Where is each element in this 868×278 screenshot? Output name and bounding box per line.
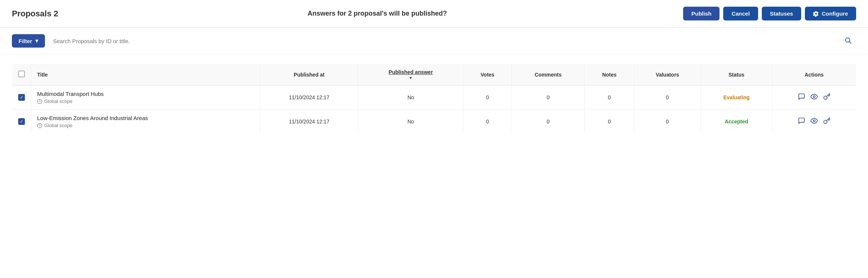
proposal-scope: Global scope [37,98,254,104]
col-header-notes: Notes [584,64,634,85]
col-header-status: Status [701,64,772,85]
row-published-at: 11/10/2024 12:17 [260,110,358,134]
publish-message: Answers for 2 proposal's will be publish… [79,10,676,17]
key-icon[interactable] [823,93,831,102]
col-header-published-answer[interactable]: Published answer ▼ [358,64,463,85]
search-input[interactable] [50,35,856,47]
row-checkbox-cell: ✓ [12,85,31,110]
row-status: Evaluating [701,85,772,110]
proposals-table: Title Published at Published answer ▼ Vo… [12,64,856,134]
configure-label: Configure [822,10,848,17]
proposals-table-container: Title Published at Published answer ▼ Vo… [0,55,868,143]
toolbar: Filter ▾ [0,28,868,55]
row-comments: 0 [512,110,584,134]
status-badge: Accepted [725,119,748,125]
clock-icon [37,123,42,128]
action-icons [779,117,850,126]
svg-point-3 [813,96,815,97]
sort-arrow-icon: ▼ [409,76,412,80]
row-status: Accepted [701,110,772,134]
cancel-button[interactable]: Cancel [723,7,758,20]
configure-button[interactable]: Configure [805,7,856,20]
proposal-title: Multimodal Transport Hubs [37,91,254,97]
select-all-checkbox[interactable] [18,71,25,77]
message-icon[interactable] [798,93,805,102]
eye-icon[interactable] [810,117,818,126]
page-header: Proposals 2 Answers for 2 proposal's wil… [0,0,868,28]
publish-button[interactable]: Publish [683,7,719,20]
row-title-cell: Low-Emission Zones Around Industrial Are… [31,110,260,134]
row-checkbox[interactable]: ✓ [18,94,25,101]
search-icon [844,37,852,45]
row-published-at: 11/10/2024 12:17 [260,85,358,110]
svg-line-1 [849,42,851,43]
table-row: ✓ Low-Emission Zones Around Industrial A… [12,110,856,134]
row-notes: 0 [584,110,634,134]
row-valuators: 0 [634,110,701,134]
checkmark-icon: ✓ [20,95,23,100]
row-published-answer: No [358,110,463,134]
row-actions-cell [772,85,856,110]
col-header-votes: Votes [463,64,512,85]
col-header-title: Title [31,64,260,85]
status-badge: Evaluating [723,94,750,100]
row-checkbox[interactable]: ✓ [18,118,25,125]
eye-icon[interactable] [810,93,818,102]
row-checkbox-cell: ✓ [12,110,31,134]
chevron-down-icon: ▾ [35,38,38,44]
proposal-scope: Global scope [37,123,254,128]
row-votes: 0 [463,85,512,110]
gear-icon [813,11,819,17]
row-votes: 0 [463,110,512,134]
table-header-row: Title Published at Published answer ▼ Vo… [12,64,856,85]
row-actions-cell [772,110,856,134]
search-wrapper [50,35,856,47]
table-row: ✓ Multimodal Transport Hubs Global scope… [12,85,856,110]
col-header-actions: Actions [772,64,856,85]
col-header-comments: Comments [512,64,584,85]
svg-point-5 [813,120,815,122]
header-actions: Publish Cancel Statuses Configure [683,7,856,20]
row-published-answer: No [358,85,463,110]
row-title-cell: Multimodal Transport Hubs Global scope [31,85,260,110]
message-icon[interactable] [798,117,805,126]
row-comments: 0 [512,85,584,110]
col-header-checkbox [12,64,31,85]
checkmark-icon: ✓ [20,119,23,124]
action-icons [779,93,850,102]
col-header-valuators: Valuators [634,64,701,85]
row-valuators: 0 [634,85,701,110]
key-icon[interactable] [823,117,831,126]
row-notes: 0 [584,85,634,110]
filter-label: Filter [19,38,32,44]
page-title: Proposals 2 [12,9,71,19]
clock-icon [37,99,42,104]
svg-point-0 [845,38,850,42]
proposal-title: Low-Emission Zones Around Industrial Are… [37,115,254,121]
filter-button[interactable]: Filter ▾ [12,34,45,48]
statuses-button[interactable]: Statuses [762,7,802,20]
col-header-published-at: Published at [260,64,358,85]
